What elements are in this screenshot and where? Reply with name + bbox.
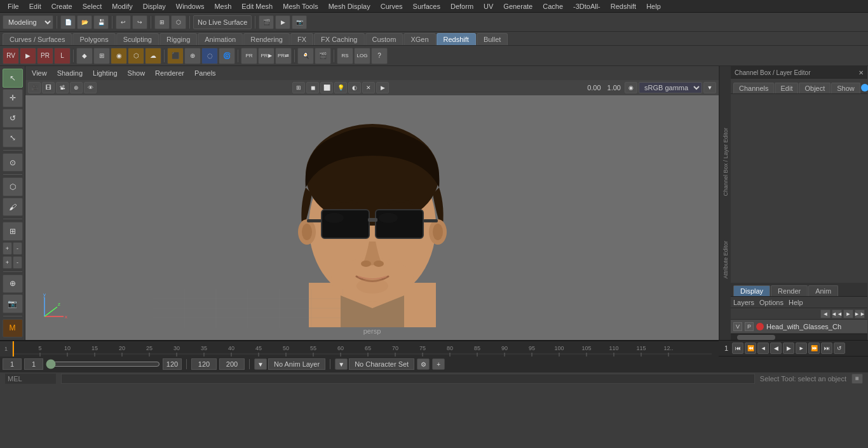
- attribute-editor-tab[interactable]: Attribute Editor: [721, 238, 730, 282]
- vp-camera-btn[interactable]: 🎥: [28, 82, 41, 93]
- paint-select-btn[interactable]: 🖌: [3, 198, 23, 217]
- snapshot-button[interactable]: 📷: [292, 15, 307, 29]
- tab-sculpting[interactable]: Sculpting: [116, 33, 159, 45]
- menu-mesh[interactable]: Mesh: [209, 1, 236, 11]
- layer-item[interactable]: V P Head_with_Glasses_Ch: [731, 320, 867, 334]
- ipr-icon[interactable]: ▶: [20, 48, 36, 64]
- menu-select[interactable]: Select: [78, 1, 107, 11]
- pr3-icon[interactable]: PR⇄: [275, 48, 292, 64]
- vp-shaded-btn[interactable]: ◼: [306, 82, 319, 93]
- ch-tab-object[interactable]: Object: [799, 83, 831, 93]
- vp-xray-btn[interactable]: ✕: [362, 82, 375, 93]
- layer-visibility[interactable]: V: [733, 322, 742, 331]
- char-set-extra-btn[interactable]: +: [432, 358, 445, 370]
- step-fwd-btn[interactable]: ⏩: [808, 343, 820, 354]
- layer-p[interactable]: P: [745, 322, 754, 331]
- tab-rigging[interactable]: Rigging: [159, 33, 197, 45]
- vp-wireframe-btn[interactable]: ⊞: [292, 82, 305, 93]
- menu-mesh-tools[interactable]: Mesh Tools: [278, 1, 323, 11]
- cube-icon[interactable]: ⬛: [167, 48, 184, 64]
- tab-custom[interactable]: Custom: [365, 33, 403, 45]
- menu-windows[interactable]: Windows: [171, 1, 210, 11]
- next-key-btn[interactable]: ►: [796, 343, 807, 354]
- soft-select-btn[interactable]: ⊙: [3, 153, 23, 172]
- menu-3dtoall[interactable]: -3DtoAll-: [568, 1, 606, 11]
- frame-end-input[interactable]: [163, 358, 182, 370]
- help-icon[interactable]: ?: [371, 48, 388, 64]
- tab-fx[interactable]: FX: [290, 33, 313, 45]
- mode-dropdown[interactable]: Modeling: [3, 15, 53, 29]
- frame-start-input[interactable]: [3, 358, 22, 370]
- lasso-select-btn[interactable]: ⬡: [3, 177, 23, 196]
- minus2-btn[interactable]: -: [13, 256, 22, 269]
- smooth-icon[interactable]: ◉: [111, 48, 127, 64]
- step-back-btn[interactable]: ⏪: [745, 343, 756, 354]
- channel-box-tab[interactable]: Channel Box / Layer Editor: [721, 125, 730, 200]
- ipr2-icon[interactable]: PR: [37, 48, 53, 64]
- menu-display[interactable]: Display: [138, 1, 171, 11]
- menu-generate[interactable]: Generate: [498, 1, 538, 11]
- rs2-icon[interactable]: LOG: [354, 48, 370, 64]
- viewport-menu-panels[interactable]: Panels: [192, 69, 219, 78]
- vp-film-btn[interactable]: 🎞: [42, 82, 55, 93]
- pr1-icon[interactable]: PR: [241, 48, 257, 64]
- vp-show-btn[interactable]: 👁: [84, 82, 97, 93]
- vp-cam2-btn[interactable]: 📽: [56, 82, 69, 93]
- ch-tab-show[interactable]: Show: [831, 83, 860, 93]
- anim-range-start[interactable]: [191, 358, 217, 370]
- layers-menu-help[interactable]: Help: [789, 299, 803, 306]
- select-tool-btn[interactable]: ↖: [3, 69, 23, 88]
- dra-tab-render[interactable]: Render: [771, 285, 808, 296]
- log-icon[interactable]: L: [54, 48, 71, 64]
- rv-icon[interactable]: RV: [3, 48, 19, 64]
- tab-polygons[interactable]: Polygons: [72, 33, 115, 45]
- menu-help[interactable]: Help: [641, 1, 666, 11]
- render1-icon[interactable]: 🍳: [297, 48, 314, 64]
- tab-animation[interactable]: Animation: [198, 33, 243, 45]
- color-green-btn[interactable]: [861, 84, 868, 92]
- vp-snap-btn[interactable]: ⊕: [70, 82, 83, 93]
- history-btn[interactable]: ⊕: [3, 275, 23, 294]
- menu-cache[interactable]: Cache: [538, 1, 568, 11]
- go-start-btn[interactable]: ⏮: [732, 343, 743, 354]
- scale-tool-btn[interactable]: ⤡: [3, 129, 23, 148]
- undo-button[interactable]: ↩: [116, 15, 131, 29]
- menu-uv[interactable]: UV: [478, 1, 498, 11]
- vp-shadow-btn[interactable]: ◐: [348, 82, 361, 93]
- menu-edit-mesh[interactable]: Edit Mesh: [236, 1, 278, 11]
- vp-texture-btn[interactable]: ⬜: [320, 82, 333, 93]
- vp-extra-btn[interactable]: ▼: [703, 82, 716, 93]
- display-mode-icon[interactable]: ◆: [76, 48, 93, 64]
- vp-anim-btn[interactable]: ▶: [376, 82, 389, 93]
- tool3-icon[interactable]: 🌀: [219, 48, 235, 64]
- plus2-btn[interactable]: +: [3, 256, 12, 269]
- char-set-label[interactable]: No Character Set: [349, 358, 414, 370]
- menu-deform[interactable]: Deform: [445, 1, 478, 11]
- menu-create[interactable]: Create: [46, 1, 78, 11]
- select-tool-button[interactable]: ⊞: [154, 15, 170, 29]
- cloud-icon[interactable]: ☁: [145, 48, 161, 64]
- mel-python-toggle[interactable]: MEL: [5, 374, 56, 384]
- play-back-btn[interactable]: ◀: [770, 343, 782, 354]
- tool2-icon[interactable]: ◌: [201, 48, 218, 64]
- tool1-icon[interactable]: ⊕: [184, 48, 201, 64]
- dra-tab-display[interactable]: Display: [733, 285, 770, 296]
- maya-logo-btn[interactable]: M: [3, 319, 23, 338]
- render-region-btn[interactable]: 📷: [3, 294, 23, 313]
- rs1-icon[interactable]: RS: [337, 48, 353, 64]
- right-panel-close[interactable]: ✕: [858, 69, 864, 76]
- open-file-button[interactable]: 📂: [77, 15, 92, 29]
- ch-tab-channels[interactable]: Channels: [733, 83, 774, 93]
- vp-light-btn[interactable]: 💡: [334, 82, 347, 93]
- command-line[interactable]: [61, 374, 755, 384]
- right-panel-scrollbar[interactable]: [731, 334, 867, 340]
- save-file-button[interactable]: 💾: [93, 15, 109, 29]
- menu-curves[interactable]: Curves: [376, 1, 408, 11]
- render-view-button[interactable]: 🎬: [259, 15, 274, 29]
- plus-btn[interactable]: +: [3, 242, 12, 255]
- render2-icon[interactable]: 🎬: [315, 48, 331, 64]
- prev-key-btn[interactable]: ◄: [757, 343, 769, 354]
- play-fwd-btn[interactable]: ▶: [783, 343, 794, 354]
- tab-rendering[interactable]: Rendering: [243, 33, 290, 45]
- menu-modify[interactable]: Modify: [107, 1, 137, 11]
